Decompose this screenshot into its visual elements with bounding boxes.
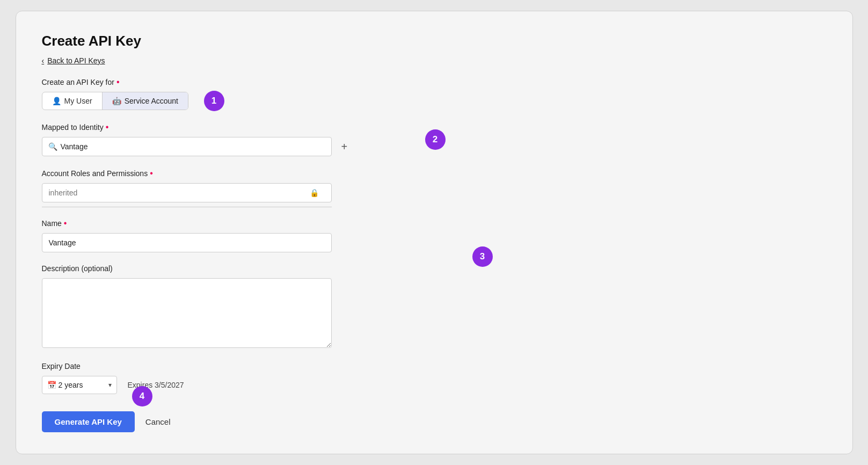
tab-service-account[interactable]: 🤖 Service Account <box>103 92 188 110</box>
search-icon: 🔍 <box>48 142 57 151</box>
main-window: Create API Key ‹ Back to API Keys Create… <box>16 11 853 454</box>
name-section: Name • <box>42 219 418 252</box>
page-title: Create API Key <box>42 33 827 49</box>
tab-group: 👤 My User 🤖 Service Account <box>42 92 189 110</box>
add-identity-button[interactable]: + <box>339 139 350 154</box>
robot-icon: 🤖 <box>112 97 121 105</box>
search-input-wrapper: 🔍 <box>42 137 332 156</box>
description-label: Description (optional) <box>42 264 418 273</box>
account-roles-section: Account Roles and Permissions • 🔒 <box>42 169 418 207</box>
create-for-label: Create an API Key for • <box>42 78 827 86</box>
back-link[interactable]: ‹ Back to API Keys <box>42 56 105 65</box>
account-roles-input[interactable] <box>42 183 332 202</box>
required-dot-2: • <box>106 123 109 132</box>
account-roles-label: Account Roles and Permissions • <box>42 169 418 178</box>
lock-icon: 🔒 <box>310 188 319 197</box>
required-dot: • <box>116 78 120 86</box>
required-dot-4: • <box>64 219 67 228</box>
name-label: Name • <box>42 219 418 228</box>
roles-divider <box>42 207 332 207</box>
expiry-select[interactable]: 1 year 2 years 3 years Never <box>42 376 117 394</box>
mapped-identity-input[interactable] <box>42 137 332 156</box>
generate-api-key-button[interactable]: Generate API Key <box>42 411 135 432</box>
back-arrow-icon: ‹ <box>42 56 45 65</box>
badge-3: 3 <box>472 246 493 267</box>
description-section: Description (optional) <box>42 264 418 350</box>
cancel-button[interactable]: Cancel <box>145 417 171 426</box>
user-icon: 👤 <box>52 97 61 105</box>
action-row: Generate API Key Cancel <box>42 411 827 432</box>
tab-my-user[interactable]: 👤 My User <box>42 92 103 110</box>
required-dot-3: • <box>150 169 153 178</box>
expiry-label: Expiry Date <box>42 362 827 370</box>
expiry-select-wrapper: 📅 1 year 2 years 3 years Never ▾ <box>42 376 117 394</box>
name-input[interactable] <box>42 233 332 252</box>
description-textarea[interactable] <box>42 278 332 348</box>
badge-2: 2 <box>425 129 446 150</box>
badge-4: 4 <box>132 386 152 406</box>
roles-input-wrapper: 🔒 <box>42 183 418 202</box>
badge-1: 1 <box>204 91 224 111</box>
expiry-row: 📅 1 year 2 years 3 years Never ▾ Expires… <box>42 376 827 394</box>
